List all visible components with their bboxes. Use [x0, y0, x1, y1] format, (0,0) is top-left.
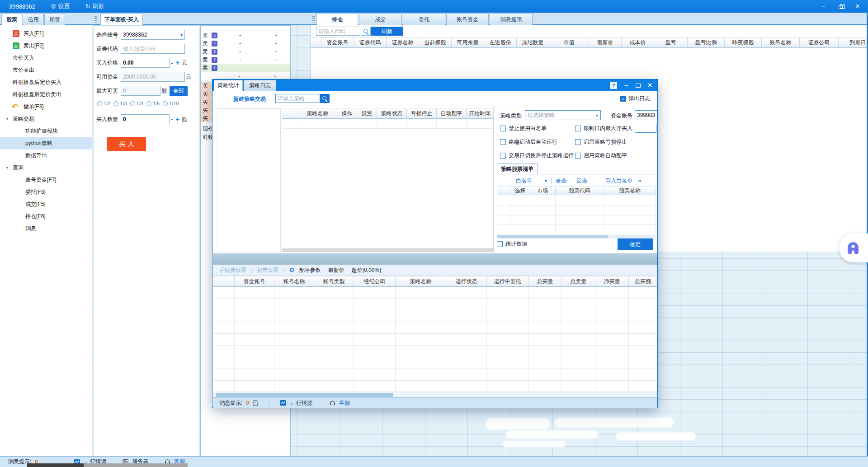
sidebar-item-buy[interactable]: 买 买入[F1] [0, 28, 92, 40]
tab-order-panel-buy[interactable]: 下单面板-买入 [100, 13, 143, 25]
more-icon[interactable]: » [638, 177, 641, 184]
account-select[interactable]: 39988362 ▾ [121, 30, 185, 40]
buy-button[interactable]: 买 入 [107, 137, 146, 151]
quote-row-sell1[interactable]: 卖1 -- [201, 64, 290, 72]
tab-account-funds[interactable]: 账号资金 [446, 14, 489, 25]
sidebar-item-messages[interactable]: 消息 [0, 223, 92, 235]
strategy-type-select[interactable]: 请选择策略 ▾ [525, 110, 601, 120]
radio-third[interactable]: 1/3 [113, 101, 127, 106]
settings-button[interactable]: ⚙ 设置 [51, 2, 70, 10]
tab-strategy-stats[interactable]: 策略统计 [214, 80, 243, 91]
price-minus-button[interactable]: - [171, 59, 173, 66]
sidebar-item-orders[interactable]: 委托[F3] [0, 186, 92, 198]
close-icon[interactable]: × [854, 3, 861, 9]
sidebar-tab-stocks[interactable]: 股票 [1, 13, 22, 25]
tab-deals[interactable]: 成交 [359, 14, 402, 25]
sidebar-tab-credit[interactable]: 信用 [23, 14, 44, 25]
sidebar-item-data-export[interactable]: 数据导出 [0, 149, 92, 162]
invert-select-link[interactable]: 反选 [576, 177, 587, 185]
customer-service-link[interactable]: 客服 [339, 399, 350, 407]
refresh-button[interactable]: ↻ 刷新 [85, 2, 104, 10]
strategy-list-panel[interactable] [217, 108, 281, 252]
minimize-icon[interactable]: ─ [624, 82, 628, 89]
sidebar-group-query[interactable]: ▼ 查询 [0, 162, 92, 174]
horizontal-scrollbar[interactable] [497, 235, 656, 238]
log-note-icon[interactable] [253, 400, 259, 406]
buy-quantity-field[interactable]: 0 [121, 114, 170, 124]
sidebar-group-strategy-trading[interactable]: ▼ 策略交易 [0, 113, 92, 125]
horizontal-scrollbar[interactable] [282, 248, 493, 252]
scrollbar-thumb[interactable] [216, 393, 393, 397]
quantity-minus-button[interactable]: - [171, 116, 173, 123]
tab-strategy-stock-list[interactable]: 策略股票清单 [497, 163, 538, 174]
maximize-icon[interactable] [636, 84, 641, 88]
buy-price-field[interactable]: 0.00 [121, 58, 170, 68]
search-button[interactable] [361, 27, 371, 36]
tab-positions[interactable]: 持仓 [316, 13, 358, 25]
all-button[interactable]: 全部 [170, 86, 188, 96]
quote-row-sell5[interactable]: 卖5 -- [201, 31, 290, 39]
max-net-buy-input[interactable] [635, 124, 656, 133]
funds-account-input[interactable] [635, 110, 657, 120]
table-refresh-button[interactable]: 刷新 [371, 27, 403, 36]
sidebar-item-market-buy[interactable]: 市价买入 [0, 52, 92, 64]
checkbox-enable-auto-balance[interactable]: 启用策略自动配平 [575, 152, 627, 159]
splitter-grip[interactable] [312, 16, 315, 23]
strategy-search-button[interactable] [320, 94, 330, 103]
new-strategy-link[interactable]: 新建策略交易 [233, 95, 266, 103]
tab-message-alert[interactable]: 消息提示 [490, 14, 533, 25]
quantity-plus-button[interactable]: + [176, 116, 179, 123]
scrollbar-thumb[interactable] [497, 235, 608, 238]
checkbox-forbid-whitelist[interactable]: 禁止使用白名单 [500, 125, 547, 132]
sidebar-item-star-afterhours-buy[interactable]: 科创板盘后定价买入 [0, 76, 92, 89]
splitter-grip[interactable] [94, 16, 97, 23]
sidebar-item-positions[interactable]: 持仓[F6] [0, 210, 92, 223]
sidebar-item-sell[interactable]: 卖 卖出[F2] [0, 40, 92, 52]
radio-quarter[interactable]: 1/4 [130, 101, 143, 106]
assistant-float-button[interactable] [839, 234, 868, 262]
quote-source-icon[interactable] [280, 400, 286, 406]
weight-settings-link[interactable]: 权重设置 [257, 266, 278, 274]
strategy-search-input[interactable] [275, 94, 319, 103]
radio-tenth[interactable]: 1/10 [163, 101, 179, 106]
stats-data-checkbox[interactable]: 统计数据 [497, 240, 527, 248]
close-icon[interactable]: × [648, 81, 652, 89]
price-plus-button[interactable]: + [176, 59, 179, 66]
code-search-input[interactable] [316, 27, 360, 36]
balance-params-link[interactable]: 配平参数 [299, 266, 321, 274]
radio-fifth[interactable]: 1/5 [146, 101, 160, 106]
checkbox-limit-max-net-buy[interactable]: 限制日内最大净买入 [575, 125, 632, 132]
sidebar-item-account-funds[interactable]: 账号资金[F7] [0, 174, 92, 186]
checkbox-stop-on-day-switch[interactable]: 交易日切换后停止策略运行 [500, 152, 574, 159]
sidebar-item-extension-module[interactable]: 功能扩展模块 [0, 125, 92, 137]
popup-log-checkbox[interactable]: ✓ 弹出日志 [620, 95, 650, 103]
sidebar-item-market-sell[interactable]: 市价卖出 [0, 64, 92, 76]
import-whitelist-link[interactable]: 导入白名单 [605, 177, 632, 185]
sidebar-item-star-afterhours-sell[interactable]: 科创板盘后定价卖出 [0, 89, 92, 101]
select-all-link[interactable]: 全选 [556, 177, 566, 185]
stock-code-input[interactable] [121, 44, 185, 54]
horizontal-scrollbar[interactable] [213, 392, 657, 397]
dialog-titlebar[interactable]: 增强策略 ? ─ × [212, 79, 657, 91]
strategy-table-header: 策略名称 操作 设置 策略状态 亏损停止 自动配平 开始时间 [282, 108, 493, 119]
positions-table-header: 资金账号 证券代码 证券名称 当前拥股 可用余额 在途股份 冻结数量 市值 最新… [311, 37, 868, 48]
sidebar-item-python-strategy[interactable]: python策略 [0, 137, 92, 149]
tab-strategy-log[interactable]: 策略日志 [244, 80, 276, 91]
restore-icon[interactable] [837, 3, 844, 9]
quote-row-sell2[interactable]: 卖2 -- [201, 56, 290, 64]
quote-source-label[interactable]: 行情源 [296, 399, 312, 407]
fee-settings-link[interactable]: 手续费设置 [219, 266, 246, 274]
sidebar-tab-futures[interactable]: 期货 [44, 14, 65, 25]
tab-orders[interactable]: 委托 [403, 14, 445, 25]
checkbox-autorun-on-start[interactable]: 终端启动后自动运行 [500, 138, 557, 146]
minimize-icon[interactable]: ─ [820, 3, 826, 9]
confirm-button[interactable]: 确定 [618, 238, 653, 250]
checkbox-enable-loss-stop[interactable]: 启用策略亏损停止 [575, 138, 627, 146]
whitelist-select[interactable]: 白名单 [516, 177, 532, 185]
help-icon[interactable]: ? [610, 82, 617, 89]
sidebar-item-deals[interactable]: 成交[F5] [0, 198, 92, 210]
radio-half[interactable]: 1/2 [97, 101, 110, 106]
sidebar-item-cancel-order[interactable]: ↶ 撤单[F3] [0, 101, 92, 113]
quote-row-sell3[interactable]: 卖3 -- [201, 47, 290, 56]
quote-row-sell4[interactable]: 卖4 -- [201, 39, 290, 47]
